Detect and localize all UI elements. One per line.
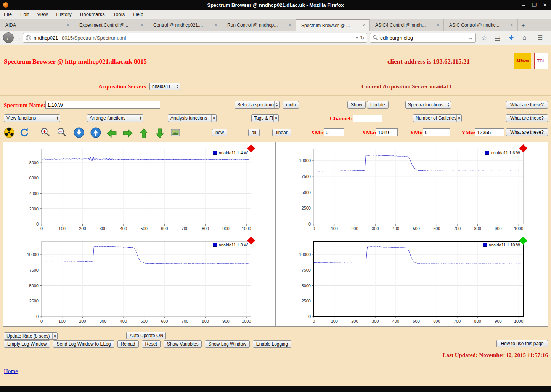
zoom-out-icon[interactable] bbox=[56, 127, 67, 138]
what-are-these-button-1[interactable]: What are these? bbox=[506, 101, 548, 109]
select-spinner bbox=[52, 333, 57, 339]
tab-asic4-control[interactable]: ASIC4 Control @ nndh... bbox=[370, 19, 444, 31]
blue-arrow-up-icon[interactable] bbox=[90, 127, 101, 138]
home-link[interactable]: Home bbox=[4, 368, 18, 374]
tab-aida[interactable]: AIDA bbox=[0, 19, 74, 31]
what-are-these-button-3[interactable]: What are these? bbox=[506, 128, 548, 136]
ymax-input[interactable] bbox=[475, 128, 504, 136]
ymin-input[interactable] bbox=[423, 128, 450, 136]
close-button[interactable]: ✕ bbox=[542, 2, 548, 8]
acquisition-server-row: Acquisition Servers nnaida11 Current Acq… bbox=[0, 78, 551, 96]
blue-arrow-down-icon[interactable] bbox=[74, 127, 84, 138]
show-button[interactable]: Show bbox=[347, 101, 366, 109]
tab-spectrum-browser[interactable]: Spectrum Browser @ ... bbox=[296, 19, 370, 31]
green-arrow-left-icon[interactable] bbox=[106, 128, 117, 139]
spectrum-chart-1-6-w[interactable]: 0250050007500100000100200300400500600700… bbox=[276, 142, 548, 234]
tab-close-icon[interactable] bbox=[139, 23, 145, 27]
legend-swatch bbox=[485, 151, 489, 155]
select-spinner bbox=[138, 115, 143, 122]
tab-close-icon[interactable] bbox=[287, 23, 292, 27]
what-are-these-button-2[interactable]: What are these? bbox=[506, 114, 548, 122]
svg-text:300: 300 bbox=[100, 319, 106, 323]
tab-close-icon[interactable] bbox=[361, 23, 366, 27]
chevron-down-icon[interactable] bbox=[356, 36, 358, 40]
radiation-icon[interactable] bbox=[4, 127, 14, 138]
home-icon[interactable] bbox=[522, 34, 526, 42]
menu-edit[interactable]: Edit bbox=[20, 11, 29, 17]
forward-button[interactable]: → bbox=[15, 34, 21, 40]
tab-close-icon[interactable] bbox=[65, 23, 71, 27]
view-functions-dropdown[interactable]: View functions bbox=[4, 114, 60, 122]
show-log-window-button[interactable]: Show Log Window bbox=[205, 340, 249, 348]
navigation-bar: ← → nndhcp021:8015/Spectrum/Spectrum.tml… bbox=[0, 31, 551, 45]
zoom-in-icon[interactable] bbox=[40, 127, 51, 138]
number-of-galleries-dropdown[interactable]: Number of Galleries bbox=[413, 114, 462, 122]
tab-experiment-control[interactable]: Experiment Control @ ... bbox=[74, 19, 148, 31]
spectra-functions-dropdown[interactable]: Spectra functions bbox=[405, 101, 451, 109]
enable-logging-button[interactable]: Enable Logging bbox=[253, 340, 291, 348]
chart-legend: nnaida11 1.8.W bbox=[213, 243, 248, 247]
tab-close-icon[interactable] bbox=[213, 23, 218, 27]
multi-button[interactable]: multi bbox=[283, 101, 299, 109]
channel-input[interactable] bbox=[353, 115, 382, 122]
tab-control[interactable]: Control @ nndhcp021.... bbox=[148, 19, 222, 31]
menu-file[interactable]: File bbox=[4, 11, 12, 17]
maximize-button[interactable]: ❐ bbox=[531, 2, 537, 8]
new-button[interactable]: new bbox=[212, 129, 227, 136]
green-arrow-down-icon[interactable] bbox=[154, 128, 165, 139]
menu-bookmarks[interactable]: Bookmarks bbox=[80, 11, 105, 17]
update-rate-dropdown[interactable]: Update Rate (8 secs) bbox=[4, 332, 58, 340]
show-variables-button[interactable]: Show Variables bbox=[164, 340, 202, 348]
minimize-button[interactable]: – bbox=[520, 2, 527, 8]
xmax-label: XMax bbox=[362, 130, 377, 136]
menu-help[interactable]: Help bbox=[133, 11, 143, 17]
spectrum-chart-1-10-w[interactable]: 0250050007500100000100200300400500600700… bbox=[276, 234, 548, 326]
hamburger-menu-icon[interactable] bbox=[538, 34, 543, 42]
all-button[interactable]: all bbox=[248, 129, 260, 136]
svg-text:900: 900 bbox=[222, 226, 229, 231]
tags-fits-dropdown[interactable]: Tags & Fits bbox=[251, 114, 279, 122]
refresh-icon[interactable] bbox=[19, 127, 30, 138]
auto-update-button[interactable]: Auto Update ON bbox=[126, 332, 166, 339]
menu-tools[interactable]: Tools bbox=[113, 11, 125, 17]
search-input[interactable]: edinburgh elog bbox=[370, 33, 476, 43]
back-button[interactable]: ← bbox=[3, 32, 14, 43]
green-arrow-up-icon[interactable] bbox=[138, 128, 149, 139]
menu-history[interactable]: History bbox=[56, 11, 71, 17]
linear-button[interactable]: linear bbox=[272, 129, 291, 136]
search-go-icon[interactable] bbox=[468, 35, 473, 41]
reload-icon[interactable] bbox=[360, 35, 365, 41]
update-button[interactable]: Update bbox=[367, 101, 389, 109]
new-tab-button[interactable] bbox=[518, 19, 529, 31]
tab-close-icon[interactable] bbox=[435, 23, 440, 27]
tab-asic-control[interactable]: ASIC Control @ nndhc... bbox=[444, 19, 518, 31]
acquisition-server-select[interactable]: nnaida11 bbox=[149, 83, 180, 90]
url-bar[interactable]: nndhcp021:8015/Spectrum/Spectrum.tml bbox=[23, 33, 367, 43]
arrange-functions-dropdown[interactable]: Arrange functions bbox=[87, 114, 143, 122]
how-to-use-this-page-button[interactable]: How to use this page bbox=[496, 340, 548, 347]
reading-list-icon[interactable] bbox=[494, 34, 500, 42]
svg-text:0: 0 bbox=[308, 314, 311, 319]
select-a-spectrum-dropdown[interactable]: Select a spectrum bbox=[235, 101, 280, 109]
reload-button[interactable]: Reload bbox=[117, 340, 139, 348]
spectrum-chart-1-8-w[interactable]: 0250050007500100000100200300400500600700… bbox=[3, 234, 276, 326]
menu-view[interactable]: View bbox=[37, 11, 48, 17]
green-arrow-right-icon[interactable] bbox=[122, 128, 133, 139]
xmax-input[interactable] bbox=[376, 128, 398, 136]
midas-logo[interactable]: Midas bbox=[514, 53, 531, 69]
xmin-input[interactable] bbox=[324, 128, 344, 136]
send-log-window-to-elog-button[interactable]: Send Log Window to ELog bbox=[53, 340, 114, 348]
bookmark-star-icon[interactable] bbox=[481, 34, 487, 42]
analysis-functions-dropdown[interactable]: Analysis functions bbox=[168, 114, 217, 122]
tcl-logo[interactable]: TCL bbox=[534, 53, 548, 69]
downloads-icon[interactable] bbox=[508, 35, 514, 41]
spectrum-chart-1-4-w[interactable]: 0200040006000800001002003004005006007008… bbox=[3, 142, 276, 234]
empty-log-window-button[interactable]: Empty Log Window bbox=[4, 340, 50, 348]
tab-close-icon[interactable] bbox=[509, 23, 514, 27]
gallery-image-icon[interactable] bbox=[171, 129, 180, 136]
select-spinner bbox=[55, 115, 60, 122]
tab-run-control[interactable]: Run Control @ nndhcp... bbox=[222, 19, 296, 31]
spectrum-name-input[interactable] bbox=[45, 101, 160, 109]
reset-button[interactable]: Reset bbox=[142, 340, 161, 348]
firefox-app-icon[interactable] bbox=[3, 2, 8, 8]
